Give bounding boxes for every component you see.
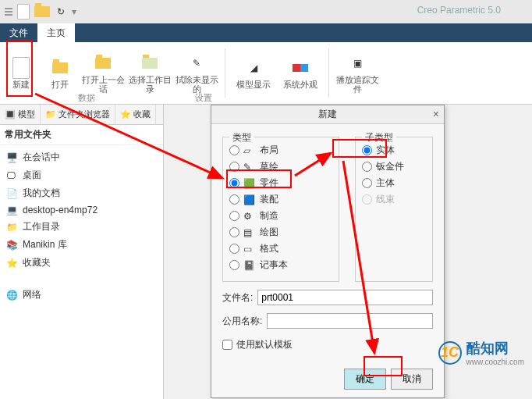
left-panel: 🔳 模型 📁 文件夹浏览器 ⭐ 收藏 常用文件夹 🖥️在会话中 🖵桌面 📄我的文… — [0, 105, 164, 399]
use-default-checkbox[interactable] — [222, 340, 232, 350]
tree-item-manikin[interactable]: 📚Manikin 库 — [2, 236, 161, 254]
type-sketch[interactable]: ✎草绘 — [229, 159, 332, 175]
group-data-label: 数据 — [78, 92, 95, 104]
group-settings-label: 设置 — [195, 92, 212, 104]
open-button[interactable]: 打开 — [42, 45, 78, 101]
model-display-button[interactable]: ◢模型显示 — [232, 45, 275, 101]
qat-new-icon[interactable] — [16, 4, 31, 20]
type-assembly[interactable]: 🟦装配 — [229, 191, 332, 208]
watermark: 1C 酷知网www.coozhi.com — [438, 339, 524, 366]
tree-item-fav[interactable]: ⭐收藏夹 — [2, 254, 161, 272]
subtype-body[interactable]: 主体 — [362, 175, 426, 191]
tree-item-wd[interactable]: 📁工作目录 — [2, 218, 161, 236]
tree-item-docs[interactable]: 📄我的文档 — [2, 184, 161, 202]
cancel-button[interactable]: 取消 — [391, 369, 433, 390]
left-tab-model[interactable]: 🔳 模型 — [0, 105, 41, 124]
close-icon[interactable]: × — [433, 108, 439, 120]
tree-item-host[interactable]: 💻desktop-en4mp72 — [2, 202, 161, 218]
folder-header: 常用文件夹 — [0, 125, 163, 145]
left-tab-fav[interactable]: ⭐ 收藏 — [115, 105, 156, 124]
system-appearance-button[interactable]: 系统外观 — [278, 45, 322, 101]
type-notebook[interactable]: 📓记事本 — [229, 257, 332, 273]
type-header: 类型 — [229, 131, 254, 144]
type-drawing[interactable]: ▤绘图 — [229, 224, 332, 240]
tab-home[interactable]: 主页 — [37, 23, 75, 42]
select-wd-button[interactable]: 选择工作目录 — [128, 45, 172, 101]
tab-file[interactable]: 文件 — [0, 23, 37, 42]
dialog-title: 新建 — [318, 108, 337, 121]
subtype-harness[interactable]: 线束 — [362, 191, 426, 208]
app-title: Creo Parametric 5.0 — [417, 5, 501, 16]
type-format[interactable]: ▭格式 — [229, 240, 332, 257]
play-trace-button[interactable]: ▣播放追踪文件 — [335, 45, 379, 101]
filename-label: 文件名: — [222, 291, 253, 305]
subtype-solid[interactable]: 实体 — [362, 142, 426, 159]
tree-item-network[interactable]: 🌐网络 — [2, 286, 161, 304]
commonname-input[interactable] — [267, 313, 433, 329]
subtype-header: 子类型 — [362, 131, 396, 144]
subtype-sheetmetal[interactable]: 钣金件 — [362, 159, 426, 175]
new-dialog: 新建× 类型 ▱布局 ✎草绘 🟩零件 🟦装配 ⚙制造 ▤绘图 ▭格式 📓记事本 … — [211, 105, 445, 398]
tree-item-desktop[interactable]: 🖵桌面 — [2, 166, 161, 184]
use-default-label: 使用默认模板 — [236, 338, 293, 351]
type-mfg[interactable]: ⚙制造 — [229, 208, 332, 224]
new-button[interactable]: 新建 — [3, 45, 39, 101]
ok-button[interactable]: 确定 — [344, 369, 386, 390]
commonname-label: 公用名称: — [222, 315, 262, 328]
tree-item-session[interactable]: 🖥️在会话中 — [2, 148, 161, 166]
type-layout[interactable]: ▱布局 — [229, 142, 332, 159]
left-tab-folder[interactable]: 📁 文件夹浏览器 — [41, 105, 115, 124]
filename-input[interactable] — [257, 290, 433, 305]
qat-refresh-icon[interactable]: ↻ — [53, 4, 69, 20]
ribbon-tabs: 文件 主页 — [0, 23, 532, 42]
qat-open-icon[interactable] — [34, 4, 50, 20]
type-part[interactable]: 🟩零件 — [229, 175, 332, 191]
